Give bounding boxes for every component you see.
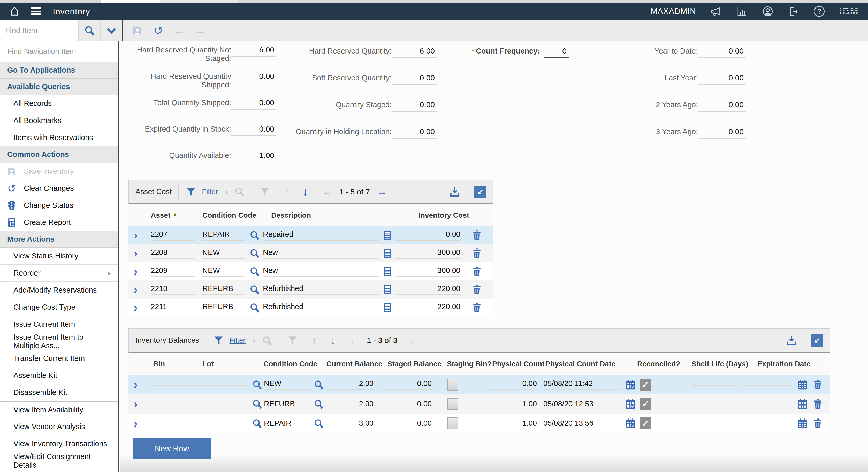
reconciled-checkbox[interactable]: ✓: [640, 379, 651, 390]
filter-icon[interactable]: [185, 186, 197, 197]
filter-expand-icon[interactable]: ›: [225, 187, 228, 196]
delete-row-icon[interactable]: [471, 229, 483, 241]
sidebar-item-change-cost-type[interactable]: Change Cost Type: [0, 299, 118, 316]
advanced-search-chevron[interactable]: [100, 20, 122, 40]
collapse-section-icon[interactable]: ↙: [811, 334, 823, 347]
row-expand-icon[interactable]: ›: [128, 303, 143, 312]
description-cell[interactable]: New: [263, 266, 379, 277]
sidebar-item-assemble-kit[interactable]: Assemble Kit: [0, 367, 118, 384]
condition-lookup-icon[interactable]: [313, 398, 324, 410]
asset-cell[interactable]: 2210: [151, 284, 195, 295]
sidebar-item-clear-changes[interactable]: ↺ Clear Changes: [0, 180, 118, 197]
column-header-bin[interactable]: Bin: [153, 360, 200, 368]
field-value[interactable]: 0.00: [698, 46, 746, 58]
sidebar-section-go-to[interactable]: Go To Applications: [0, 62, 118, 78]
description-cell[interactable]: Repaired: [263, 230, 379, 241]
staged-balance-cell[interactable]: 0.00: [385, 400, 432, 408]
delete-row-icon[interactable]: [471, 248, 483, 259]
sidebar-section-more-actions[interactable]: More Actions: [0, 231, 118, 248]
current-balance-cell[interactable]: 2.00: [327, 400, 373, 408]
staging-bin-checkbox[interactable]: [447, 379, 458, 390]
condition-cell[interactable]: REFURB: [264, 400, 310, 408]
bin-lookup-icon[interactable]: [251, 379, 263, 390]
field-value[interactable]: 6.00: [231, 45, 276, 57]
column-header-physical-count[interactable]: Physical Count: [492, 360, 541, 368]
next-page-icon[interactable]: →: [377, 186, 388, 197]
calendar-icon[interactable]: [797, 398, 808, 410]
row-expand-icon[interactable]: ›: [128, 380, 143, 389]
row-expand-icon[interactable]: ›: [128, 419, 143, 428]
field-value[interactable]: 0.00: [698, 100, 746, 112]
clear-changes-icon[interactable]: ↺: [154, 25, 163, 36]
field-value[interactable]: 0.00: [231, 98, 276, 109]
condition-cell[interactable]: REPAIR: [264, 419, 310, 428]
asset-cell[interactable]: 2208: [151, 248, 195, 259]
description-cell[interactable]: Refurbished: [263, 303, 379, 313]
column-header-condition-code[interactable]: Condition Code: [203, 211, 262, 219]
long-description-icon[interactable]: [382, 302, 393, 313]
row-expand-icon[interactable]: ›: [128, 267, 143, 276]
sidebar-item-view-edit-consignment-details[interactable]: View/Edit Consignment Details: [0, 452, 118, 469]
column-header-reconciled[interactable]: Reconciled?: [637, 360, 679, 368]
find-item-input[interactable]: [0, 20, 78, 40]
asset-cost-row[interactable]: › 2210 REFURB Refurbished 220.00: [128, 280, 493, 298]
download-icon[interactable]: [449, 186, 460, 197]
condition-lookup-icon[interactable]: [249, 284, 260, 295]
sidebar-item-reorder[interactable]: Reorder ▸: [0, 265, 118, 282]
inventory-balance-row[interactable]: › REFURB 2.00 0.00 1.00 05/08/20 12:53 ✓: [128, 394, 830, 414]
calendar-check-icon[interactable]: [625, 379, 636, 390]
staging-bin-checkbox[interactable]: [447, 417, 458, 429]
field-value[interactable]: 0.00: [392, 100, 437, 112]
sidebar-item-issue-current-item-multiple[interactable]: Issue Current Item to Multiple Ass...: [0, 333, 118, 350]
sidebar-item-view-status-history[interactable]: View Status History: [0, 248, 118, 265]
calendar-icon[interactable]: [797, 379, 808, 390]
delete-row-icon[interactable]: [471, 266, 483, 277]
condition-cell[interactable]: NEW: [203, 266, 244, 277]
long-description-icon[interactable]: [382, 266, 393, 277]
field-value[interactable]: 0.00: [392, 73, 437, 85]
sidebar-item-items-with-reservations[interactable]: Items with Reservations: [0, 129, 118, 146]
sidebar-item-create-report[interactable]: Create Report: [0, 214, 118, 231]
collapse-section-icon[interactable]: ↙: [474, 186, 487, 198]
filter-link[interactable]: Filter: [202, 188, 218, 196]
physical-count-date-cell[interactable]: 05/08/20 13:56: [543, 419, 621, 428]
column-header-inventory-cost[interactable]: Inventory Cost: [405, 211, 469, 219]
asset-cost-row[interactable]: › 2207 REPAIR Repaired 0.00: [128, 226, 493, 244]
asset-cell[interactable]: 2209: [151, 266, 195, 277]
column-header-lot[interactable]: Lot: [203, 360, 249, 368]
delete-row-icon[interactable]: [812, 379, 824, 390]
description-cell[interactable]: Refurbished: [263, 284, 379, 295]
sidebar-item-all-bookmarks[interactable]: All Bookmarks: [0, 112, 118, 129]
current-balance-cell[interactable]: 2.00: [327, 379, 373, 390]
asset-cost-row[interactable]: › 2209 NEW New 300.00: [128, 262, 493, 280]
reconciled-checkbox[interactable]: ✓: [640, 398, 651, 410]
cost-cell[interactable]: 220.00: [396, 303, 460, 313]
sidebar-item-view-inventory-transactions[interactable]: View Inventory Transactions: [0, 435, 118, 452]
row-expand-icon[interactable]: ›: [128, 399, 143, 408]
bin-lookup-icon[interactable]: [251, 398, 263, 410]
field-value[interactable]: 0.00: [698, 127, 746, 138]
download-icon[interactable]: [786, 335, 797, 346]
condition-lookup-icon[interactable]: [249, 302, 260, 313]
field-value[interactable]: 0.00: [392, 127, 437, 138]
menu-icon[interactable]: [31, 7, 41, 15]
sidebar-item-view-vendor-analysis[interactable]: View Vendor Analysis: [0, 418, 118, 435]
column-header-shelf-life[interactable]: Shelf Life (Days): [691, 360, 751, 368]
profile-icon[interactable]: [762, 6, 773, 17]
row-expand-icon[interactable]: ›: [128, 285, 143, 294]
condition-lookup-icon[interactable]: [313, 418, 324, 429]
cost-cell[interactable]: 220.00: [396, 284, 460, 295]
current-balance-cell[interactable]: 3.00: [327, 419, 373, 428]
row-expand-icon[interactable]: ›: [128, 230, 143, 240]
cost-cell[interactable]: 0.00: [396, 230, 460, 241]
column-header-physical-count-date[interactable]: Physical Count Date: [546, 360, 620, 368]
column-header-current-balance[interactable]: Current Balance: [326, 360, 382, 368]
condition-cell[interactable]: NEW: [264, 379, 310, 390]
column-header-asset[interactable]: Asset ▲: [151, 211, 195, 219]
field-value[interactable]: 6.00: [392, 46, 437, 58]
column-header-staging-bin[interactable]: Staging Bin?: [447, 360, 488, 368]
row-expand-icon[interactable]: ›: [128, 249, 143, 258]
sidebar-item-all-records[interactable]: All Records: [0, 95, 118, 112]
staged-balance-cell[interactable]: 0.00: [385, 379, 432, 390]
inventory-balance-row[interactable]: › REPAIR 3.00 0.00 1.00 05/08/20 13:56 ✓: [128, 414, 830, 433]
